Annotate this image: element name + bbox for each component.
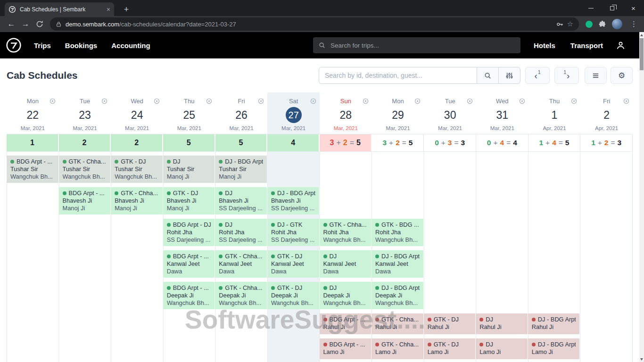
day-header-thu-1[interactable]: Thu1Apr, 2021 xyxy=(528,92,581,134)
profile-avatar[interactable] xyxy=(612,19,622,29)
day-target-icon[interactable] xyxy=(363,98,369,104)
schedule-cell[interactable]: GTK - DJKanwal JeetDawa xyxy=(267,250,320,278)
day-header-sun-28[interactable]: Sun28Mar, 2021 xyxy=(320,92,372,134)
schedule-cell[interactable]: GTK - Chha...Rahul Ji xyxy=(372,313,424,334)
calendar-search-input[interactable] xyxy=(319,67,477,84)
day-target-icon[interactable] xyxy=(50,98,56,104)
schedule-cell[interactable]: BDG Arpt - ...Bhavesh JiManoj Ji xyxy=(59,187,111,214)
schedule-cell[interactable]: GTK - DJLamo Ji xyxy=(424,338,476,359)
day-header-tue-23[interactable]: Tue23Mar, 2021 xyxy=(59,92,111,134)
schedule-cell[interactable]: BDG Arpt - DJRohit JhaSS Darjeeling ... xyxy=(163,219,215,246)
day-header-thu-25[interactable]: Thu25Mar, 2021 xyxy=(163,92,215,134)
filter-button[interactable] xyxy=(498,67,520,84)
nav-item-accounting[interactable]: Accounting xyxy=(111,41,150,49)
schedule-cell[interactable]: DJRohit JhaSS Darjeeling ... xyxy=(215,219,267,246)
forward-icon[interactable]: → xyxy=(19,17,32,31)
settings-button[interactable]: ⚙ xyxy=(611,67,633,84)
browser-menu-icon[interactable]: ⋮ xyxy=(628,20,639,28)
count-b: 2 xyxy=(604,139,609,147)
trips-search-input[interactable] xyxy=(330,41,515,49)
day-target-icon[interactable] xyxy=(258,98,264,104)
nav-item-trips[interactable]: Trips xyxy=(34,41,51,49)
schedule-cell[interactable]: DJ - BDG ArptKanwal JeetDawa xyxy=(372,250,424,278)
schedule-cell[interactable]: GTK - Chha...Bhavesh JiManoj Ji xyxy=(111,187,163,214)
new-tab-button[interactable]: + xyxy=(121,4,132,15)
schedule-cell[interactable]: GTK - Chha...Kanwal JeetDawa xyxy=(215,250,267,278)
day-header-sat-27[interactable]: Sat27Mar, 2021 xyxy=(267,92,320,134)
window-controls: × xyxy=(580,0,644,16)
schedule-cell[interactable]: DJ - GTKRohit JhaSS Darjeeling ... xyxy=(267,219,320,246)
day-target-icon[interactable] xyxy=(154,98,160,104)
sembark-logo[interactable] xyxy=(6,37,22,53)
schedule-cell[interactable]: GTK - Chha...Lamo Ji xyxy=(372,338,424,359)
schedule-cell[interactable]: DJTushar SirManoj Ji xyxy=(163,156,215,183)
day-target-icon[interactable] xyxy=(414,98,421,104)
schedule-cell[interactable]: GTK - DJBhavesh JiManoj Ji xyxy=(163,187,215,214)
schedule-cell[interactable]: GTK - Chha...Rohit JhaWangchuk Bh... xyxy=(320,219,372,246)
close-window-button[interactable]: × xyxy=(623,0,644,16)
user-icon[interactable] xyxy=(616,41,625,50)
scrollbar-thumb[interactable] xyxy=(640,38,644,70)
schedule-cell[interactable]: BDG Arpt - ...Kanwal JeetDawa xyxy=(163,250,215,278)
search-button[interactable] xyxy=(477,67,499,84)
schedule-cell[interactable]: DJLamo Ji xyxy=(476,338,528,359)
day-target-icon[interactable] xyxy=(519,98,525,104)
schedule-cell[interactable]: GTK - DJRahul Ji xyxy=(424,313,476,334)
schedule-cell[interactable]: DJ - BDG ArptRahul Ji xyxy=(528,313,580,334)
schedule-cell[interactable]: BDG Arpt - ...Rahul Ji xyxy=(320,313,372,334)
scrollbar-up-arrow[interactable] xyxy=(639,32,644,38)
reload-icon[interactable] xyxy=(33,17,46,31)
day-target-icon[interactable] xyxy=(101,98,107,104)
bookmark-star-icon[interactable]: ☆ xyxy=(567,20,573,28)
schedule-cell[interactable]: DJ - BDG ArptLamo Ji xyxy=(528,338,580,359)
tab-close-icon[interactable]: × xyxy=(107,6,110,13)
back-icon[interactable]: ← xyxy=(5,17,18,31)
day-target-icon[interactable] xyxy=(571,98,577,104)
list-view-button[interactable] xyxy=(585,67,607,84)
schedule-cell[interactable]: GTK - BDG ...Rohit JhaWangchuk Bh... xyxy=(372,219,424,246)
day-target-icon[interactable] xyxy=(206,98,212,104)
key-icon[interactable] xyxy=(556,21,563,28)
schedule-cell[interactable]: DJ - BDG ArptBhavesh JiSS Darjeeling ... xyxy=(267,187,320,214)
schedule-cell[interactable]: BDG Arpt - ...Lamo Ji xyxy=(320,338,372,359)
schedule-cell[interactable]: BDG Arpt - ...Deepak JiWangchuk Bh... xyxy=(163,282,215,309)
schedule-cell[interactable]: GTK - DJDeepak JiWangchuk Bh... xyxy=(267,282,320,309)
day-target-icon[interactable] xyxy=(310,98,316,104)
day-header-mon-29[interactable]: Mon29Mar, 2021 xyxy=(372,92,424,134)
day-header-tue-30[interactable]: Tue30Mar, 2021 xyxy=(424,92,476,134)
restore-button[interactable] xyxy=(602,0,623,16)
schedule-cell[interactable]: BDG Arpt - ...Tushar SirWangchuk Bh... xyxy=(7,156,59,183)
day-target-icon[interactable] xyxy=(623,98,629,104)
schedule-cell[interactable]: DJ - BDG ArptDeepak JiWangchuk Bh... xyxy=(372,282,424,309)
day-header-wed-31[interactable]: Wed31Mar, 2021 xyxy=(476,92,528,134)
day-target-icon[interactable] xyxy=(467,98,473,104)
day-header-wed-24[interactable]: Wed24Mar, 2021 xyxy=(111,92,163,134)
nav-item-hotels[interactable]: Hotels xyxy=(534,41,555,49)
schedule-cell[interactable]: DJBhavesh JiSS Darjeeling ... xyxy=(215,187,267,214)
schedule-cell[interactable]: DJ - BDG ArptTushar SirManoj Ji xyxy=(215,156,267,183)
browser-tab[interactable]: Cab Schedules | Sembark × xyxy=(5,2,114,16)
trips-search-box[interactable] xyxy=(313,37,520,53)
nav-item-transport[interactable]: Transport xyxy=(570,41,603,49)
schedule-cell[interactable]: DJRahul Ji xyxy=(476,313,528,334)
schedule-cell[interactable]: GTK - Chha...Deepak JiWangchuk Bh... xyxy=(215,282,267,309)
schedule-cell[interactable]: DJKanwal JeetDawa xyxy=(320,250,372,278)
day-header-fri-2[interactable]: Fri2Apr, 2021 xyxy=(580,92,633,134)
lock-icon[interactable] xyxy=(56,21,62,27)
day-header-mon-22[interactable]: Mon22Mar, 2021 xyxy=(7,92,59,134)
address-bar[interactable]: demo.sembark.com/cab-schedules/calendar?… xyxy=(50,17,579,31)
route-text: DJ - BDG Arpt xyxy=(277,189,315,197)
page-scrollbar[interactable] xyxy=(639,32,644,362)
extensions-puzzle-icon[interactable] xyxy=(599,21,606,28)
schedule-cell[interactable]: DJDeepak JiWangchuk Bh... xyxy=(320,282,372,309)
day-count-5: 5 xyxy=(215,134,268,151)
grammarly-extension-icon[interactable] xyxy=(586,21,593,28)
next-page-button[interactable]: 1› xyxy=(554,67,579,84)
prev-page-button[interactable]: ‹1 xyxy=(525,67,550,84)
minimize-button[interactable] xyxy=(580,0,602,16)
nav-item-bookings[interactable]: Bookings xyxy=(65,41,97,49)
schedule-cell[interactable]: GTK - DJTushar SirWangchuk Bh... xyxy=(111,156,163,183)
schedule-cell[interactable]: GTK - Chha...Tushar SirWangchuk Bh... xyxy=(59,156,111,183)
day-header-fri-26[interactable]: Fri26Mar, 2021 xyxy=(215,92,268,134)
scrollbar-down-arrow[interactable] xyxy=(639,356,644,362)
